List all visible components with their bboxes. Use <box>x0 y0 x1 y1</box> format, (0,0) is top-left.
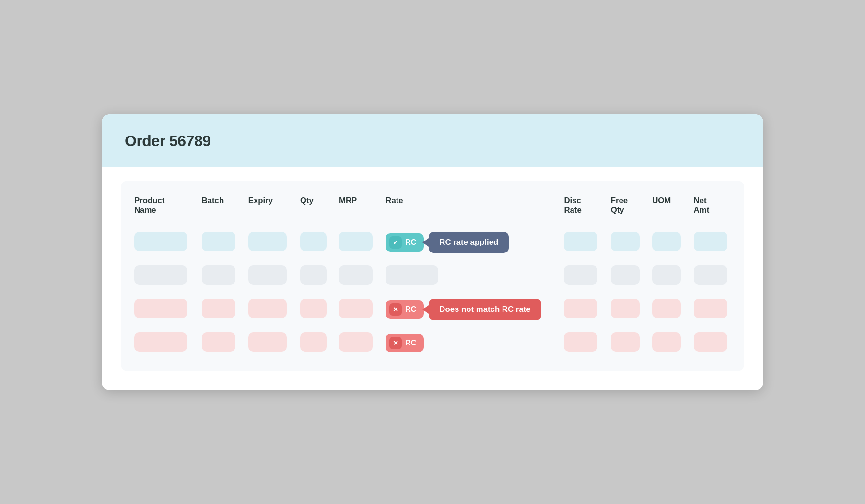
rc-badge-check[interactable]: ✓ RC <box>386 233 424 252</box>
col-mrp: MRP <box>334 189 381 226</box>
cell-product-name <box>129 259 197 293</box>
placeholder <box>694 232 727 251</box>
cell-free-qty <box>606 259 647 293</box>
placeholder <box>652 299 681 318</box>
placeholder <box>300 332 327 352</box>
placeholder <box>134 232 187 251</box>
placeholder <box>694 332 727 352</box>
placeholder <box>248 332 287 352</box>
cell-batch <box>197 259 244 293</box>
placeholder <box>339 265 373 285</box>
placeholder <box>134 299 187 318</box>
cell-product-name <box>129 326 197 360</box>
placeholder <box>694 299 727 318</box>
placeholder <box>248 232 287 251</box>
order-card: Order 56789 ProductName Batch Expiry Qty… <box>102 114 763 390</box>
rc-label: RC <box>405 305 416 314</box>
col-rate: Rate <box>381 189 559 226</box>
cell-net-amt <box>689 259 736 293</box>
placeholder <box>564 265 597 285</box>
placeholder <box>248 265 287 285</box>
check-icon: ✓ <box>389 236 402 249</box>
cell-free-qty <box>606 226 647 259</box>
placeholder <box>652 232 681 251</box>
cell-batch <box>197 293 244 326</box>
x-icon: ✕ <box>389 337 402 349</box>
rc-label: RC <box>405 339 416 347</box>
cell-expiry <box>244 226 295 259</box>
placeholder <box>564 299 597 318</box>
cell-rate: ✕ RC <box>381 326 559 360</box>
placeholder <box>339 332 373 352</box>
placeholder <box>386 265 438 285</box>
placeholder <box>652 332 681 352</box>
placeholder <box>134 332 187 352</box>
cell-batch <box>197 326 244 360</box>
cell-uom <box>647 326 689 360</box>
col-qty: Qty <box>295 189 334 226</box>
cell-rate: ✓ RC RC rate applied <box>381 226 559 259</box>
placeholder <box>611 299 640 318</box>
cell-rate: ✕ RC Does not match RC rate <box>381 293 559 326</box>
cell-net-amt <box>689 326 736 360</box>
table-row: ✓ RC RC rate applied <box>129 226 736 259</box>
col-free-qty: FreeQty <box>606 189 647 226</box>
placeholder <box>202 232 235 251</box>
placeholder <box>694 265 727 285</box>
col-batch: Batch <box>197 189 244 226</box>
cell-expiry <box>244 326 295 360</box>
placeholder <box>300 232 327 251</box>
placeholder <box>202 332 235 352</box>
cell-disc-rate <box>559 226 606 259</box>
placeholder <box>248 299 287 318</box>
cell-batch <box>197 226 244 259</box>
placeholder <box>611 265 640 285</box>
rc-badge-error2[interactable]: ✕ RC <box>386 334 424 352</box>
cell-expiry <box>244 293 295 326</box>
cell-mrp <box>334 226 381 259</box>
table-row: ✕ RC Does not match RC rate <box>129 293 736 326</box>
col-expiry: Expiry <box>244 189 295 226</box>
cell-disc-rate <box>559 326 606 360</box>
x-icon: ✕ <box>389 303 402 316</box>
placeholder <box>652 265 681 285</box>
placeholder <box>202 299 235 318</box>
cell-qty <box>295 226 334 259</box>
cell-net-amt <box>689 293 736 326</box>
table-row: ✕ RC <box>129 326 736 360</box>
placeholder <box>134 265 187 285</box>
rc-label: RC <box>405 238 416 247</box>
card-header: Order 56789 <box>102 114 763 167</box>
cell-qty <box>295 293 334 326</box>
placeholder <box>339 232 373 251</box>
tooltip-success: RC rate applied <box>429 232 509 253</box>
placeholder <box>564 232 597 251</box>
tooltip-error: Does not match RC rate <box>429 299 541 320</box>
cell-net-amt <box>689 226 736 259</box>
cell-free-qty <box>606 326 647 360</box>
table-header-row: ProductName Batch Expiry Qty MRP Rate Di… <box>129 189 736 226</box>
col-product-name: ProductName <box>129 189 197 226</box>
cell-qty <box>295 326 334 360</box>
table-row <box>129 259 736 293</box>
placeholder <box>300 265 327 285</box>
rc-badge-error[interactable]: ✕ RC <box>386 300 424 319</box>
cell-mrp <box>334 259 381 293</box>
placeholder <box>611 332 640 352</box>
cell-mrp <box>334 326 381 360</box>
cell-disc-rate <box>559 293 606 326</box>
cell-product-name <box>129 226 197 259</box>
card-body: ProductName Batch Expiry Qty MRP Rate Di… <box>102 167 763 390</box>
placeholder <box>564 332 597 352</box>
cell-free-qty <box>606 293 647 326</box>
placeholder <box>611 232 640 251</box>
cell-uom <box>647 226 689 259</box>
col-net-amt: NetAmt <box>689 189 736 226</box>
cell-qty <box>295 259 334 293</box>
cell-mrp <box>334 293 381 326</box>
rate-cell-teal: ✓ RC RC rate applied <box>386 232 554 253</box>
table-container: ProductName Batch Expiry Qty MRP Rate Di… <box>121 181 744 371</box>
rate-cell-red: ✕ RC Does not match RC rate <box>386 299 554 320</box>
rate-cell-red2: ✕ RC <box>386 334 554 352</box>
cell-product-name <box>129 293 197 326</box>
